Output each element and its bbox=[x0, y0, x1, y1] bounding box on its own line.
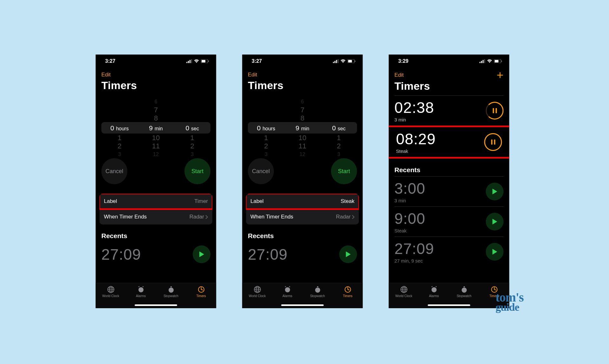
tab-world-clock[interactable]: World Clock bbox=[389, 286, 419, 308]
timer-options: Label Steak When Timer Ends Radar bbox=[246, 194, 359, 224]
battery-icon bbox=[494, 59, 502, 63]
status-icons bbox=[187, 59, 209, 63]
svg-rect-37 bbox=[481, 61, 482, 63]
status-bar: 3:29 bbox=[389, 55, 509, 65]
svg-rect-21 bbox=[338, 59, 339, 63]
stopwatch-icon bbox=[314, 286, 321, 293]
svg-rect-5 bbox=[202, 60, 206, 62]
chevron-right-icon bbox=[206, 215, 208, 219]
play-icon bbox=[199, 251, 205, 257]
play-button[interactable] bbox=[486, 183, 504, 200]
ends-value: Radar bbox=[189, 214, 204, 220]
label-key: Label bbox=[251, 198, 264, 205]
tab-timers[interactable]: Timers bbox=[333, 286, 363, 308]
time-picker[interactable]: 0hours 1 2 3 6 7 8 9min 10 11 12 0sec bbox=[248, 101, 357, 155]
svg-rect-54 bbox=[463, 286, 465, 287]
tab-bar: World Clock Alarms Stopwatch Timers bbox=[242, 283, 363, 308]
recent-sub: 27 min, 9 sec bbox=[395, 258, 434, 263]
ends-value: Radar bbox=[336, 214, 350, 220]
svg-rect-34 bbox=[317, 286, 318, 287]
hours-picker[interactable]: 0hours 1 2 3 bbox=[248, 101, 285, 155]
start-button[interactable]: Start bbox=[185, 158, 211, 184]
status-time: 3:27 bbox=[105, 58, 115, 64]
minutes-picker[interactable]: 6 7 8 9min 10 11 12 bbox=[284, 101, 321, 155]
alarm-icon bbox=[137, 286, 145, 293]
when-timer-ends-row[interactable]: When Timer Ends Radar bbox=[100, 209, 213, 224]
battery-icon bbox=[348, 59, 356, 63]
svg-line-13 bbox=[138, 286, 139, 287]
pause-button[interactable] bbox=[484, 133, 502, 151]
status-time: 3:27 bbox=[252, 58, 262, 64]
active-time: 02:38 bbox=[395, 99, 434, 116]
recent-time: 27:09 bbox=[102, 246, 141, 263]
recent-time: 3:00 bbox=[395, 180, 425, 197]
cancel-button[interactable]: Cancel bbox=[102, 158, 128, 184]
tab-world-clock[interactable]: World Clock bbox=[96, 286, 126, 308]
svg-rect-38 bbox=[483, 60, 484, 63]
page-title: Timers bbox=[96, 78, 216, 95]
label-row[interactable]: Label Timer bbox=[100, 194, 213, 209]
active-timer-row-highlighted: 08:29 Steak bbox=[389, 126, 509, 159]
active-timer-row: 02:38 3 min bbox=[389, 96, 509, 126]
svg-point-12 bbox=[138, 287, 143, 292]
svg-rect-42 bbox=[501, 61, 502, 62]
svg-point-15 bbox=[168, 288, 174, 293]
hours-picker[interactable]: 0hours 1 2 3 bbox=[102, 101, 138, 155]
tab-timers[interactable]: Timers bbox=[186, 286, 216, 308]
play-button[interactable] bbox=[193, 245, 211, 263]
recent-timer-row: 9:00 Steak bbox=[389, 207, 509, 237]
svg-line-31 bbox=[285, 286, 286, 287]
label-key: Label bbox=[104, 198, 117, 205]
svg-rect-23 bbox=[348, 60, 352, 62]
plus-icon bbox=[497, 72, 504, 79]
chevron-right-icon bbox=[352, 215, 355, 219]
tab-bar: World Clock Alarms Stopwatch Timers bbox=[96, 283, 216, 308]
edit-button[interactable]: Edit bbox=[248, 72, 257, 78]
home-indicator[interactable] bbox=[135, 304, 177, 306]
play-icon bbox=[345, 251, 351, 257]
status-bar: 3:27 bbox=[96, 55, 216, 65]
nav-bar: Edit bbox=[96, 65, 216, 78]
timer-icon bbox=[197, 286, 205, 293]
add-timer-button[interactable] bbox=[497, 72, 504, 79]
time-picker[interactable]: 0hours 1 2 3 6 7 8 9min 10 11 12 0sec bbox=[102, 101, 211, 155]
label-row[interactable]: Label Steak bbox=[246, 194, 359, 209]
seconds-picker[interactable]: 0sec 1 2 3 bbox=[174, 101, 211, 155]
active-time: 08:29 bbox=[396, 130, 436, 148]
recent-time: 9:00 bbox=[395, 210, 425, 227]
svg-rect-16 bbox=[170, 286, 172, 287]
seconds-picker[interactable]: 0sec 1 2 3 bbox=[321, 101, 357, 155]
play-button[interactable] bbox=[339, 245, 357, 263]
cancel-button[interactable]: Cancel bbox=[248, 158, 274, 184]
svg-line-52 bbox=[435, 286, 436, 287]
recents-header: Recents bbox=[242, 224, 363, 242]
recent-timer-row: 27:09 27 min, 9 sec bbox=[389, 237, 509, 267]
phone-screen-1: 3:27 Edit Timers 0hours 1 2 3 bbox=[96, 55, 216, 308]
globe-icon bbox=[107, 286, 115, 293]
status-icons bbox=[480, 59, 502, 63]
home-indicator[interactable] bbox=[281, 304, 324, 306]
edit-button[interactable]: Edit bbox=[395, 72, 404, 78]
svg-rect-24 bbox=[355, 61, 356, 62]
battery-icon bbox=[201, 59, 209, 63]
minutes-picker[interactable]: 6 7 8 9min 10 11 12 bbox=[138, 101, 174, 155]
globe-icon bbox=[253, 286, 261, 293]
svg-rect-2 bbox=[190, 60, 191, 63]
stopwatch-icon bbox=[460, 286, 468, 293]
svg-line-14 bbox=[142, 286, 143, 287]
pause-button[interactable] bbox=[486, 102, 504, 120]
start-button[interactable]: Start bbox=[331, 158, 357, 184]
svg-rect-20 bbox=[336, 60, 337, 63]
svg-rect-18 bbox=[333, 62, 334, 63]
play-button[interactable] bbox=[486, 213, 504, 231]
home-indicator[interactable] bbox=[428, 304, 470, 306]
play-button[interactable] bbox=[486, 243, 504, 261]
recents-header: Recents bbox=[389, 159, 509, 176]
edit-button[interactable]: Edit bbox=[102, 72, 111, 78]
page-title: Timers bbox=[389, 79, 509, 95]
recents-header: Recents bbox=[96, 224, 216, 242]
when-timer-ends-row[interactable]: When Timer Ends Radar bbox=[246, 209, 359, 224]
alarm-icon bbox=[430, 286, 438, 293]
tab-world-clock[interactable]: World Clock bbox=[242, 286, 272, 308]
play-icon bbox=[492, 218, 498, 225]
